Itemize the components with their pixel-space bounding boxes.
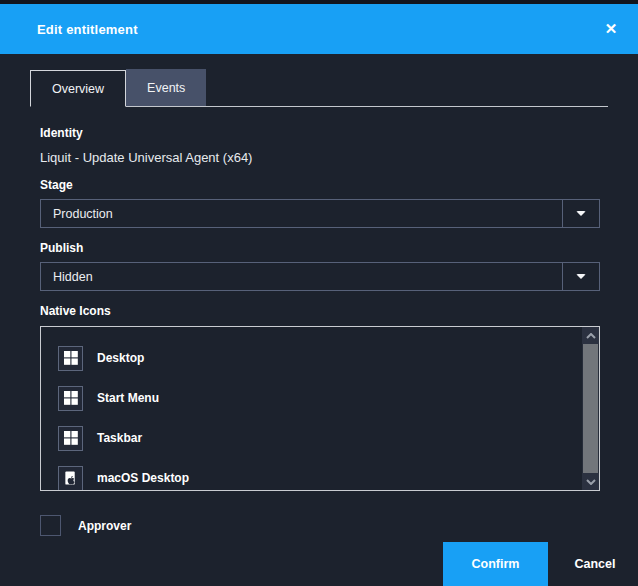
- edit-entitlement-dialog: Edit entitlement ✕ Overview Events Ident…: [0, 0, 638, 586]
- approver-label: Approver: [78, 519, 131, 533]
- list-item-macos-desktop[interactable]: macOS Desktop: [58, 458, 599, 491]
- overview-tab-panel: Identity Liquit - Update Universal Agent…: [0, 126, 638, 536]
- native-icons-listbox: Desktop Start Menu: [40, 326, 600, 491]
- close-icon[interactable]: ✕: [594, 4, 628, 54]
- dialog-titlebar: Edit entitlement ✕: [0, 4, 638, 54]
- list-item-label: Start Menu: [97, 391, 159, 405]
- dialog-title: Edit entitlement: [37, 22, 138, 37]
- cancel-button[interactable]: Cancel: [558, 542, 632, 586]
- publish-label: Publish: [40, 241, 600, 255]
- identity-label: Identity: [40, 126, 600, 140]
- dialog-body: Overview Events Identity Liquit - Update…: [0, 54, 638, 586]
- approver-checkbox[interactable]: [40, 515, 61, 536]
- chevron-down-icon: [576, 211, 586, 216]
- scroll-up-icon[interactable]: [582, 327, 599, 344]
- approver-row: Approver: [40, 515, 600, 536]
- listbox-scrollbar[interactable]: [582, 327, 599, 490]
- windows-logo-icon: [58, 426, 83, 451]
- stage-dropdown[interactable]: Production: [40, 199, 600, 228]
- list-item-start-menu[interactable]: Start Menu: [58, 378, 599, 418]
- windows-logo-icon: [58, 386, 83, 411]
- confirm-button[interactable]: Confirm: [443, 542, 548, 586]
- list-item-label: Desktop: [97, 351, 144, 365]
- apple-logo-icon: [58, 466, 83, 491]
- list-item-taskbar[interactable]: Taskbar: [58, 418, 599, 458]
- list-item-label: macOS Desktop: [97, 471, 189, 485]
- native-icons-items: Desktop Start Menu: [41, 327, 599, 491]
- publish-dropdown-button[interactable]: [562, 263, 599, 290]
- stage-label: Stage: [40, 178, 600, 192]
- tab-events[interactable]: Events: [126, 69, 206, 106]
- chevron-down-icon: [576, 274, 586, 279]
- publish-dropdown[interactable]: Hidden: [40, 262, 600, 291]
- native-icons-label: Native Icons: [40, 304, 600, 318]
- scroll-down-icon[interactable]: [582, 473, 599, 490]
- list-item-desktop[interactable]: Desktop: [58, 338, 599, 378]
- tab-bar: Overview Events: [30, 69, 608, 107]
- tab-overview[interactable]: Overview: [30, 70, 126, 107]
- windows-logo-icon: [58, 346, 83, 371]
- scrollbar-thumb[interactable]: [583, 344, 598, 473]
- list-item-label: Taskbar: [97, 431, 142, 445]
- stage-selected-value: Production: [41, 200, 562, 227]
- identity-value: Liquit - Update Universal Agent (x64): [40, 150, 600, 165]
- publish-selected-value: Hidden: [41, 263, 562, 290]
- stage-dropdown-button[interactable]: [562, 200, 599, 227]
